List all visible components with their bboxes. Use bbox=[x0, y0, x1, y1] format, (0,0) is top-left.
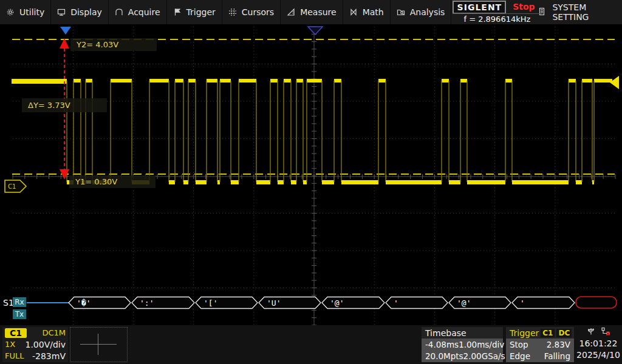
timebase-delay: -4.08ms bbox=[425, 340, 459, 349]
channel-c1-badge: C1 bbox=[5, 328, 27, 338]
usb-icon bbox=[587, 327, 595, 337]
channel-coupling: DC1M bbox=[42, 328, 66, 337]
svg-text:'[': '[' bbox=[203, 298, 217, 308]
channel-probe: 1X bbox=[5, 340, 15, 349]
math-icon bbox=[349, 8, 358, 16]
date-readout: 2025/4/10 bbox=[576, 349, 621, 361]
channel-scale: 1.00V/div bbox=[25, 340, 66, 349]
menu-item-label: Trigger bbox=[186, 7, 216, 17]
svg-text:'@': '@' bbox=[457, 298, 471, 308]
trigger-descriptor[interactable]: Trigger C1 DC Stop 2.83V Edge Falling bbox=[506, 327, 574, 362]
menu-item-label: Analysis bbox=[410, 7, 445, 17]
decode-tx-button[interactable]: Tx bbox=[13, 309, 26, 319]
acquisition-status: Stop bbox=[508, 2, 539, 12]
timebase-descriptor[interactable]: Timebase -4.08ms 1.00ms/div 20.0Mpts 2.0… bbox=[422, 327, 503, 362]
menu-item-utility[interactable]: Utility bbox=[0, 0, 51, 24]
trigger-position-marker[interactable] bbox=[60, 27, 71, 35]
menu-item-analysis[interactable]: Analysis bbox=[391, 0, 452, 24]
system-setting-label: SYSTEM SETTING bbox=[552, 2, 612, 22]
menu-item-label: Utility bbox=[19, 7, 44, 17]
trigger-level-marker[interactable] bbox=[610, 76, 619, 89]
clock-block: 16:01:22 2025/4/10 bbox=[576, 326, 621, 362]
channel-offset-marker-c1[interactable]: C1 bbox=[5, 180, 26, 192]
crosshair-icon bbox=[80, 344, 117, 345]
menu-item-label: Measure bbox=[300, 7, 337, 17]
menu-item-display[interactable]: Display bbox=[51, 0, 109, 24]
trigger-status: Stop bbox=[510, 340, 528, 349]
channel-c1-descriptor[interactable]: C1 DC1M 1X 1.00V/div FULL -283mV bbox=[2, 327, 68, 362]
trigger-title: Trigger bbox=[510, 328, 539, 338]
cursor-delta-readout: ΔY= 3.73V bbox=[22, 98, 107, 112]
timebase-scale: 1.00ms/div bbox=[459, 340, 504, 349]
trigger-slope: Falling bbox=[544, 351, 570, 361]
trigger-coupling-chip: DC bbox=[556, 329, 572, 337]
timebase-points: 20.0Mpts bbox=[425, 351, 463, 361]
trigger-level: 2.83V bbox=[547, 340, 570, 349]
decode-rx-button[interactable]: Rx bbox=[13, 297, 26, 307]
lan-disconnected-icon bbox=[601, 327, 610, 337]
cursor-y1-readout: Y1= 0.30V bbox=[69, 175, 156, 188]
analysis-icon bbox=[397, 8, 405, 16]
uart-decode-frames: '�'':''[''U''@'''@'' bbox=[27, 297, 617, 309]
measure-icon bbox=[287, 8, 295, 16]
menu-item-label: Cursors bbox=[242, 7, 274, 17]
system-setting-button[interactable]: SYSTEM SETTING bbox=[528, 0, 622, 24]
menu-item-label: Display bbox=[70, 7, 102, 17]
menu-item-label: Acquire bbox=[128, 7, 160, 17]
add-channel-placeholder[interactable] bbox=[70, 327, 128, 362]
cursors-icon bbox=[228, 8, 237, 16]
gear-icon bbox=[6, 8, 15, 16]
svg-text:':': ':' bbox=[140, 298, 154, 308]
menu-bar: UtilityDisplayAcquireTriggerCursorsMeasu… bbox=[0, 0, 622, 25]
status-bar: C1 DC1M 1X 1.00V/div FULL -283mV Timebas… bbox=[0, 325, 622, 364]
svg-text:': ' bbox=[394, 298, 398, 308]
horizontal-reference-marker bbox=[308, 27, 323, 35]
time-readout: 16:01:22 bbox=[576, 338, 621, 349]
channel-bandwidth: FULL bbox=[5, 351, 24, 360]
menu-item-measure[interactable]: Measure bbox=[281, 0, 343, 24]
brand-block: SIGLENT Stop f = 2.896614kHz bbox=[453, 0, 528, 24]
trigger-type: Edge bbox=[510, 351, 530, 361]
svg-text:'U': 'U' bbox=[267, 298, 281, 308]
menu-items: UtilityDisplayAcquireTriggerCursorsMeasu… bbox=[0, 0, 451, 24]
svg-text:': ' bbox=[520, 298, 525, 308]
menu-item-math[interactable]: Math bbox=[343, 0, 391, 24]
siglent-logo: SIGLENT bbox=[453, 1, 506, 14]
menu-item-cursors[interactable]: Cursors bbox=[222, 0, 281, 24]
svg-text:'@': '@' bbox=[330, 298, 344, 308]
acquire-icon bbox=[115, 8, 123, 16]
flag-icon bbox=[173, 8, 182, 16]
crosshair-icon bbox=[98, 334, 98, 355]
menu-item-label: Math bbox=[363, 7, 384, 17]
svg-text:C1: C1 bbox=[8, 183, 16, 190]
display-icon bbox=[57, 8, 66, 16]
timebase-rate: 2.00GSa/s bbox=[463, 351, 505, 361]
decode-frame-error bbox=[576, 297, 617, 308]
cursor-y2-readout: Y2= 4.03V bbox=[70, 38, 157, 51]
channel-offset: -283mV bbox=[32, 351, 66, 361]
trigger-frequency-readout: f = 2.896614kHz bbox=[453, 13, 541, 24]
menu-item-trigger[interactable]: Trigger bbox=[167, 0, 222, 24]
svg-text:'�': '�' bbox=[77, 298, 91, 308]
trigger-source-chip: C1 bbox=[541, 329, 555, 337]
timebase-title: Timebase bbox=[425, 328, 466, 338]
menu-item-acquire[interactable]: Acquire bbox=[109, 0, 167, 24]
